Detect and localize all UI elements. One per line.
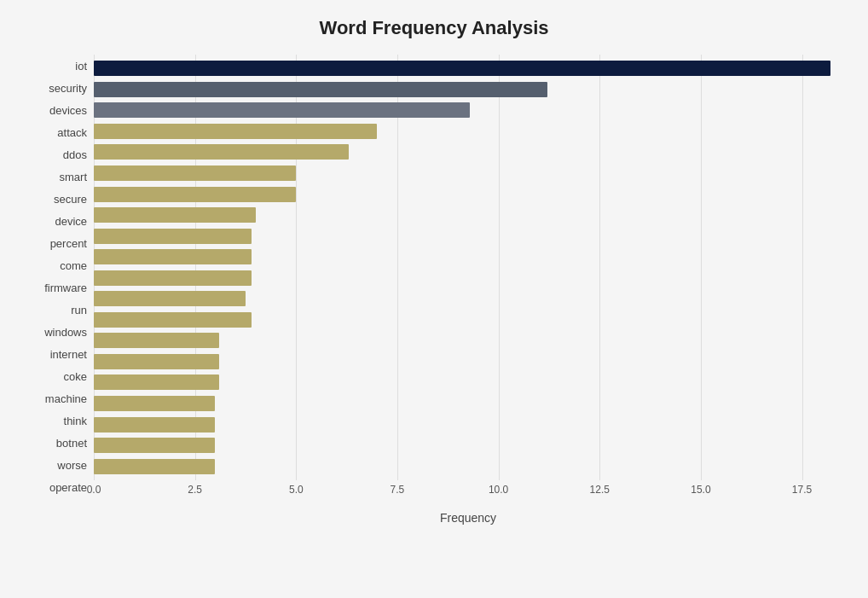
chart-container: Word Frequency Analysis iotsecuritydevic… <box>0 0 868 598</box>
y-label-windows: windows <box>44 327 87 338</box>
bar-row-percent <box>94 228 842 245</box>
bar-row-security <box>94 81 842 98</box>
y-label-security: security <box>49 83 87 94</box>
bar-row-run <box>94 290 842 307</box>
x-tick-0: 0.0 <box>87 484 101 496</box>
bar-ddos <box>94 144 349 160</box>
y-label-smart: smart <box>60 171 88 183</box>
chart-area: iotsecuritydevicesattackddossmartsecured… <box>26 55 842 525</box>
y-label-come: come <box>60 260 87 271</box>
y-label-attack: attack <box>57 127 87 138</box>
y-axis: iotsecuritydevicesattackddossmartsecured… <box>26 55 94 525</box>
bar-attack <box>94 124 377 139</box>
bar-row-secure <box>94 186 842 203</box>
y-label-device: device <box>55 216 87 227</box>
bar-row-ddos <box>94 143 842 160</box>
y-label-secure: secure <box>54 194 87 205</box>
bar-row-machine <box>94 374 842 391</box>
bars-section: 0.02.55.07.510.012.515.017.5 <box>94 55 842 506</box>
bar-come <box>94 249 252 264</box>
x-tick-4: 10.0 <box>489 484 508 496</box>
bar-percent <box>94 229 252 244</box>
bar-machine <box>94 374 219 390</box>
y-label-iot: iot <box>75 61 87 72</box>
bar-run <box>94 291 246 306</box>
x-tick-6: 15.0 <box>691 484 710 496</box>
x-axis-title: Frequency <box>94 511 842 525</box>
y-label-ddos: ddos <box>63 149 87 160</box>
y-label-run: run <box>71 305 87 316</box>
y-label-devices: devices <box>49 105 87 116</box>
bar-row-devices <box>94 102 842 119</box>
bar-think <box>94 396 215 411</box>
y-label-firmware: firmware <box>44 282 87 293</box>
plot-area: 0.02.55.07.510.012.515.017.5 Frequency <box>94 55 842 525</box>
bar-worse <box>94 438 215 453</box>
bar-windows <box>94 312 252 328</box>
bar-row-device <box>94 206 842 224</box>
y-label-machine: machine <box>45 393 87 404</box>
bar-operate <box>94 459 215 474</box>
bar-botnet <box>94 417 215 433</box>
bar-security <box>94 82 547 97</box>
bar-internet <box>94 333 219 348</box>
y-label-coke: coke <box>64 371 87 382</box>
bar-iot <box>94 61 830 76</box>
bar-row-iot <box>94 60 842 77</box>
bar-smart <box>94 165 296 181</box>
bar-row-operate <box>94 458 842 475</box>
bar-row-firmware <box>94 270 842 287</box>
bar-row-smart <box>94 165 842 182</box>
x-tick-3: 7.5 <box>391 484 405 496</box>
bar-row-coke <box>94 353 842 370</box>
y-label-operate: operate <box>49 482 87 493</box>
bar-coke <box>94 354 219 369</box>
bar-row-internet <box>94 332 842 349</box>
bar-row-think <box>94 395 842 412</box>
y-label-botnet: botnet <box>56 438 87 449</box>
bars-wrapper <box>94 55 842 480</box>
y-label-percent: percent <box>50 238 87 249</box>
x-tick-5: 12.5 <box>590 484 610 496</box>
bar-row-botnet <box>94 416 842 433</box>
bar-device <box>94 207 256 223</box>
x-tick-7: 17.5 <box>792 484 812 496</box>
x-tick-2: 5.0 <box>289 484 304 496</box>
y-label-internet: internet <box>50 349 87 360</box>
bar-row-worse <box>94 437 842 454</box>
x-axis-labels: 0.02.55.07.510.012.515.017.5 <box>94 480 842 506</box>
bar-row-windows <box>94 311 842 328</box>
bar-firmware <box>94 270 252 286</box>
bar-row-come <box>94 248 842 265</box>
bar-row-attack <box>94 123 842 140</box>
bar-secure <box>94 187 296 202</box>
y-label-think: think <box>64 415 87 427</box>
y-label-worse: worse <box>57 460 87 471</box>
x-tick-1: 2.5 <box>188 484 202 496</box>
chart-title: Word Frequency Analysis <box>26 17 842 39</box>
bar-devices <box>94 102 470 118</box>
